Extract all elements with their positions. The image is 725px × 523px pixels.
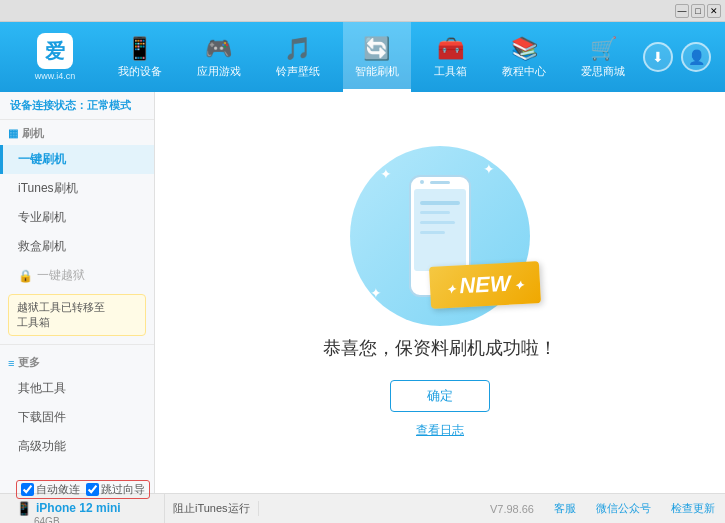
header-right: ⬇ 👤	[643, 42, 715, 72]
sidebar-divider	[0, 344, 154, 345]
sidebar: 设备连接状态：正常模式 ▦ 刷机 一键刷机 iTunes刷机 专业刷机 救盒刷机…	[0, 92, 155, 493]
nav-bar: 📱 我的设备 🎮 应用游戏 🎵 铃声壁纸 🔄 智能刷机 🧰 工具箱 📚 教程中心…	[100, 22, 643, 92]
sparkle-2: ✦	[483, 161, 495, 177]
connection-status: 设备连接状态：正常模式	[0, 92, 154, 120]
wallpaper-icon: 🎵	[284, 36, 311, 62]
nav-smart-flash[interactable]: 🔄 智能刷机	[343, 22, 411, 92]
checkbox-group: 自动敛连 跳过向导	[16, 480, 150, 499]
sidebar-item-jailbreak: 🔒 一键越狱	[0, 261, 154, 290]
smart-flash-icon: 🔄	[363, 36, 390, 62]
sidebar-item-download-firmware[interactable]: 下载固件	[0, 403, 154, 432]
window-controls[interactable]: — □ ✕	[675, 4, 721, 18]
view-log-link[interactable]: 查看日志	[416, 422, 464, 439]
nav-apps-games-label: 应用游戏	[197, 64, 241, 79]
sparkle-3: ✦	[370, 285, 382, 301]
store-icon: 🛒	[590, 36, 617, 62]
sidebar-item-advanced[interactable]: 高级功能	[0, 432, 154, 461]
flash-section-icon: ▦	[8, 127, 18, 140]
nav-smart-flash-label: 智能刷机	[355, 64, 399, 79]
download-button[interactable]: ⬇	[643, 42, 673, 72]
logo-url: www.i4.cn	[35, 71, 76, 81]
bottom-bar: 自动敛连 跳过向导 📱 iPhone 12 mini 64GB Down-12m…	[0, 493, 725, 523]
tooltip-text: 越狱工具已转移至工具箱	[17, 301, 105, 328]
svg-point-4	[420, 180, 424, 184]
jailbreak-tooltip: 越狱工具已转移至工具箱	[8, 294, 146, 336]
bottom-right: V7.98.66 客服 微信公众号 检查更新	[259, 501, 715, 516]
device-info: 📱 iPhone 12 mini 64GB Down-12mini-13,1	[16, 501, 150, 524]
header: 爱 www.i4.cn 📱 我的设备 🎮 应用游戏 🎵 铃声壁纸 🔄 智能刷机 …	[0, 22, 725, 92]
sidebar-item-pro-flash[interactable]: 专业刷机	[0, 203, 154, 232]
version-label: V7.98.66	[490, 503, 534, 515]
skip-wizard-checkbox[interactable]: 跳过向导	[86, 482, 145, 497]
sidebar-item-one-click-flash[interactable]: 一键刷机	[0, 145, 154, 174]
status-value: 正常模式	[87, 99, 131, 111]
nav-wallpaper-label: 铃声壁纸	[276, 64, 320, 79]
maximize-button[interactable]: □	[691, 4, 705, 18]
nav-store[interactable]: 🛒 爱思商城	[569, 22, 637, 92]
success-text: 恭喜您，保资料刷机成功啦！	[323, 336, 557, 360]
itunes-stop-button[interactable]: 阻止iTunes运行	[173, 502, 250, 514]
sparkle-1: ✦	[380, 166, 392, 182]
wechat-link[interactable]: 微信公众号	[596, 501, 651, 516]
auto-connect-checkbox[interactable]: 自动敛连	[21, 482, 80, 497]
tutorial-icon: 📚	[511, 36, 538, 62]
svg-rect-6	[420, 211, 450, 214]
new-badge: NEW	[429, 261, 541, 309]
user-button[interactable]: 👤	[681, 42, 711, 72]
flash-section-label: 刷机	[22, 126, 44, 141]
sidebar-item-itunes-flash[interactable]: iTunes刷机	[0, 174, 154, 203]
customer-service-link[interactable]: 客服	[554, 501, 576, 516]
check-update-link[interactable]: 检查更新	[671, 501, 715, 516]
svg-rect-5	[420, 201, 460, 205]
nav-apps-games[interactable]: 🎮 应用游戏	[185, 22, 253, 92]
success-illustration: ✦ ✦ ✦	[323, 146, 557, 439]
lock-icon: 🔒	[18, 269, 33, 283]
nav-my-device-label: 我的设备	[118, 64, 162, 79]
svg-rect-3	[430, 181, 450, 184]
device-name: iPhone 12 mini	[36, 501, 121, 515]
nav-toolbox[interactable]: 🧰 工具箱	[422, 22, 479, 92]
svg-rect-7	[420, 221, 455, 224]
minimize-button[interactable]: —	[675, 4, 689, 18]
nav-my-device[interactable]: 📱 我的设备	[106, 22, 174, 92]
logo: 爱 www.i4.cn	[10, 33, 100, 81]
title-bar: — □ ✕	[0, 0, 725, 22]
sidebar-item-rescue-flash[interactable]: 救盒刷机	[0, 232, 154, 261]
main-layout: 设备连接状态：正常模式 ▦ 刷机 一键刷机 iTunes刷机 专业刷机 救盒刷机…	[0, 92, 725, 493]
confirm-button[interactable]: 确定	[390, 380, 490, 412]
logo-icon: 爱	[37, 33, 73, 69]
nav-store-label: 爱思商城	[581, 64, 625, 79]
section-flash: ▦ 刷机	[0, 120, 154, 145]
svg-rect-8	[420, 231, 445, 234]
phone-circle: ✦ ✦ ✦	[350, 146, 530, 326]
apps-games-icon: 🎮	[205, 36, 232, 62]
close-button[interactable]: ✕	[707, 4, 721, 18]
phone-icon: 📱	[16, 501, 32, 516]
toolbox-icon: 🧰	[437, 36, 464, 62]
itunes-stop-area: 阻止iTunes运行	[165, 501, 259, 516]
nav-wallpaper[interactable]: 🎵 铃声壁纸	[264, 22, 332, 92]
more-section-label: 更多	[18, 355, 40, 370]
nav-tutorial[interactable]: 📚 教程中心	[490, 22, 558, 92]
sidebar-item-other-tools[interactable]: 其他工具	[0, 374, 154, 403]
nav-tutorial-label: 教程中心	[502, 64, 546, 79]
my-device-icon: 📱	[126, 36, 153, 62]
more-section-icon: ≡	[8, 357, 14, 369]
nav-toolbox-label: 工具箱	[434, 64, 467, 79]
content-area: ✦ ✦ ✦	[155, 92, 725, 493]
status-label: 设备连接状态：	[10, 99, 87, 111]
section-more: ≡ 更多	[0, 349, 154, 374]
device-storage: 64GB	[16, 516, 150, 524]
